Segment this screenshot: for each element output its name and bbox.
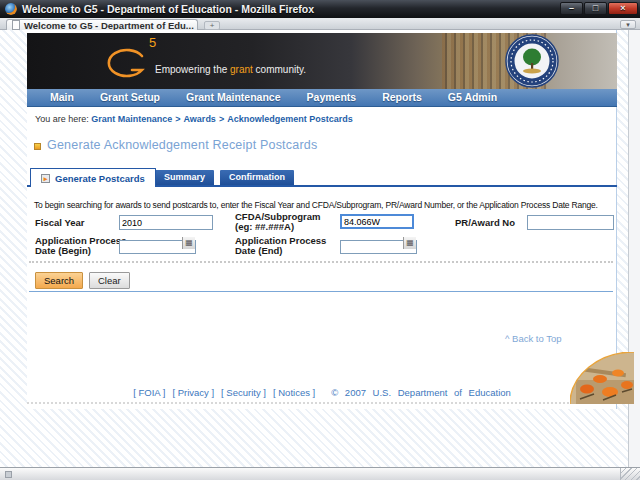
page-title: Generate Acknowledgement Receipt Postcar… [47, 138, 317, 152]
browser-tab-label: Welcome to G5 - Department of Edu... [24, 20, 194, 31]
footer-link-notices[interactable]: [ Notices ] [273, 387, 315, 398]
date-end-calendar-icon[interactable]: ▦ [403, 237, 416, 249]
tab-generate-postcards[interactable]: ▸ Generate Postcards [30, 168, 156, 187]
footer-link-privacy[interactable]: [ Privacy ] [172, 387, 214, 398]
nav-main[interactable]: Main [37, 89, 87, 106]
g5-logo-icon [102, 45, 150, 79]
clear-button[interactable]: Clear [89, 272, 130, 289]
footer: [ FOIA ] [ Privacy ] [ Security ] [ Noti… [27, 387, 617, 398]
breadcrumb-awards[interactable]: Awards [184, 114, 216, 124]
cfda-label-hint: (eg: ##.###A) [235, 221, 294, 232]
window-title: Welcome to G5 - Department of Education … [22, 3, 314, 15]
pr-award-input[interactable] [527, 215, 614, 230]
page-title-bullet-icon [34, 143, 41, 150]
status-bar-icon [5, 471, 12, 478]
dotted-divider [29, 261, 613, 263]
search-instruction-text: To begin searching for awards to send po… [34, 200, 598, 210]
firefox-icon [5, 3, 17, 15]
footer-dotted-divider [27, 402, 617, 404]
section-divider [29, 291, 613, 292]
fiscal-year-label: Fiscal Year [35, 217, 84, 228]
tab-summary[interactable]: Summary [155, 170, 214, 185]
resize-grip[interactable] [620, 468, 640, 480]
footer-link-foia[interactable]: [ FOIA ] [133, 387, 165, 398]
department-of-education-seal-icon [505, 34, 559, 88]
maximize-button[interactable]: □ [584, 2, 607, 15]
back-to-top-link[interactable]: ^ Back to Top [505, 333, 562, 344]
nav-reports[interactable]: Reports [369, 89, 435, 106]
page-favicon-icon [12, 20, 20, 30]
breadcrumb-grant-maintenance[interactable]: Grant Maintenance [91, 114, 172, 124]
nav-g5-admin[interactable]: G5 Admin [435, 89, 510, 106]
date-end-label2: Date (End) [235, 245, 283, 256]
breadcrumb-prefix: You are here: [35, 114, 89, 124]
date-begin-calendar-icon[interactable]: ▦ [182, 237, 195, 249]
content-area: 5 Empowering the grant community. Main G… [27, 30, 617, 409]
breadcrumb: You are here: Grant Maintenance>Awards>A… [35, 114, 353, 124]
firefox-window: Welcome to G5 - Department of Education … [0, 0, 640, 480]
site-banner: 5 Empowering the grant community. [27, 33, 617, 89]
browser-tabstrip: Welcome to G5 - Department of Edu... + ▾ [0, 18, 640, 30]
tagline-grant: grant [230, 64, 253, 75]
search-button[interactable]: Search [35, 272, 83, 289]
classroom-chairs-image [570, 352, 634, 404]
page-background: 5 Empowering the grant community. Main G… [0, 30, 640, 467]
copyright-text: © 2007 U.S. Department of Education [331, 387, 511, 398]
nav-payments[interactable]: Payments [294, 89, 370, 106]
cfda-input[interactable] [340, 214, 414, 229]
close-button[interactable]: × [608, 2, 638, 15]
nav-grant-maintenance[interactable]: Grant Maintenance [173, 89, 294, 106]
window-titlebar[interactable]: Welcome to G5 - Department of Education … [0, 0, 640, 18]
browser-tab[interactable]: Welcome to G5 - Department of Edu... [6, 19, 198, 30]
fiscal-year-input[interactable] [119, 215, 213, 230]
main-navigation: Main Grant Setup Grant Maintenance Payme… [27, 89, 617, 107]
status-bar [0, 467, 640, 480]
tagline: Empowering the grant community. [155, 64, 306, 75]
breadcrumb-acknowledgement-postcards[interactable]: Acknowledgement Postcards [227, 114, 353, 124]
g5-logo-five: 5 [149, 35, 156, 50]
caret-up-icon: ^ [505, 333, 509, 344]
tab-confirmation[interactable]: Confirmation [220, 170, 294, 185]
active-tab-icon: ▸ [41, 174, 50, 183]
date-begin-label2: Date (Begin) [35, 245, 91, 256]
footer-link-security[interactable]: [ Security ] [221, 387, 266, 398]
minimize-button[interactable]: – [560, 2, 583, 15]
tab-list-dropdown-button[interactable]: ▾ [620, 20, 636, 29]
pr-award-label: PR/Award No [455, 217, 515, 228]
nav-grant-setup[interactable]: Grant Setup [87, 89, 173, 106]
new-tab-button[interactable]: + [204, 21, 220, 30]
